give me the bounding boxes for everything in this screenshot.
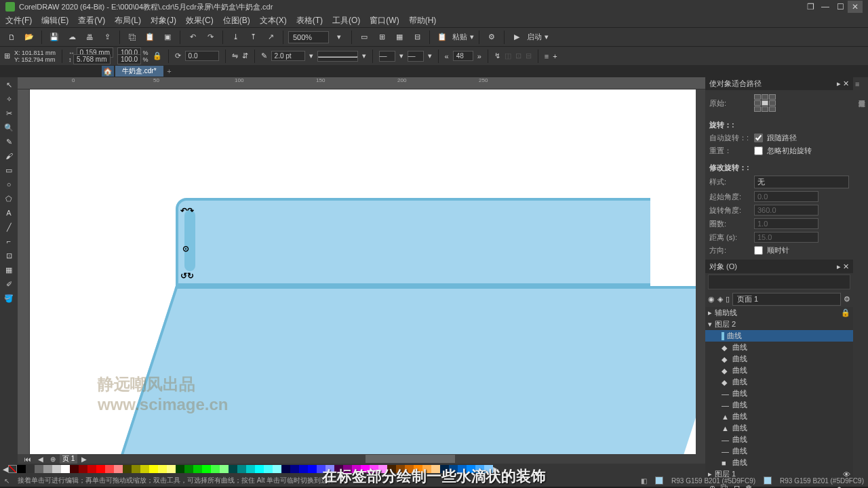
page-select[interactable]: 页面 1 (732, 293, 841, 306)
restore-child-button[interactable]: ❐ (803, 1, 818, 13)
obj-view1-icon[interactable]: ◉ (708, 295, 715, 304)
color-swatch[interactable] (308, 465, 317, 473)
align-icon[interactable]: ≡ (545, 52, 549, 60)
page-prev-icon[interactable]: ◀ (35, 455, 46, 463)
menu-layout[interactable]: 布局(L) (115, 15, 141, 26)
grid-icon[interactable]: ▦ (392, 30, 407, 45)
objects-panel-title[interactable]: 对象 (O)▸ ✕ (705, 260, 853, 273)
curve-item[interactable]: 曲线 (727, 331, 742, 341)
launch-icon[interactable]: ▶ (509, 30, 524, 45)
menu-view[interactable]: 查看(V) (78, 15, 105, 26)
zoom-tool-icon[interactable]: 🔍 (2, 121, 16, 134)
print-button[interactable]: 🖶 (82, 30, 97, 45)
parallel-tool-icon[interactable]: ╱ (2, 221, 16, 233)
curve-item[interactable]: 曲线 (732, 342, 747, 352)
effects-tool-icon[interactable]: ▦ (2, 264, 16, 276)
add-icon[interactable]: + (553, 52, 557, 60)
rectangle-tool-icon[interactable]: ▭ (2, 164, 16, 176)
canvas[interactable]: ↶↷ ⊙ ↺↻ 静远嘲风出品 www.scimage.cn (30, 89, 696, 454)
droplet-shape[interactable] (184, 210, 195, 271)
page-tab-1[interactable]: 页 1 (60, 454, 77, 464)
menu-effects[interactable]: 效果(C) (186, 15, 214, 26)
color-swatch[interactable] (246, 465, 255, 473)
palette-left-icon[interactable]: ◀ (3, 465, 8, 474)
rotate-handle-bl-icon[interactable]: ↺↻ (180, 271, 194, 281)
obj-view2-icon[interactable]: ◈ (717, 295, 723, 304)
menu-window[interactable]: 窗口(W) (370, 15, 399, 26)
obj-view3-icon[interactable]: ▯ (726, 295, 730, 304)
color-swatch[interactable] (35, 465, 43, 473)
snap-icon[interactable]: ⊞ (374, 30, 389, 45)
publish-button[interactable]: ↗ (263, 30, 278, 45)
text-tool-icon[interactable]: A (2, 207, 16, 219)
nudge-right-icon[interactable]: » (477, 52, 481, 60)
close-button[interactable]: ✕ (848, 1, 863, 13)
mirror-h-icon[interactable]: ⇋ (232, 52, 238, 60)
eyedropper-tool-icon[interactable]: ✐ (2, 278, 16, 290)
color-swatch[interactable] (193, 465, 202, 473)
color-swatch[interactable] (158, 465, 167, 473)
paste-label[interactable]: 粘贴 (452, 32, 467, 42)
curve-item[interactable]: 曲线 (732, 388, 747, 399)
freehand-tool-icon[interactable]: ✎ (2, 136, 16, 148)
vertical-scrollbar[interactable] (696, 89, 705, 454)
export-button[interactable]: ⇪ (100, 30, 115, 45)
obj-settings-icon[interactable]: ⚙ (844, 295, 850, 304)
outline-width[interactable]: 2.0 pt (271, 51, 305, 61)
nudge-input[interactable]: 48 (453, 51, 473, 61)
cw-checkbox[interactable] (754, 246, 763, 255)
color-swatch[interactable] (132, 465, 140, 473)
menu-file[interactable]: 文件(F) (5, 15, 32, 26)
curve-item[interactable]: 曲线 (732, 458, 747, 468)
no-color-swatch[interactable] (8, 465, 17, 473)
import-button[interactable]: ⤓ (228, 30, 243, 45)
curve-item[interactable]: 曲线 (732, 446, 747, 456)
color-swatch[interactable] (281, 465, 290, 473)
dimension-tool-icon[interactable]: ⊡ (2, 249, 16, 262)
color-swatch[interactable] (114, 465, 123, 473)
copy-button[interactable]: ⿻ (125, 30, 140, 45)
color-swatch[interactable] (290, 465, 299, 473)
artistic-tool-icon[interactable]: 🖌 (2, 150, 16, 162)
ellipse-tool-icon[interactable]: ○ (2, 178, 16, 190)
fill-tool-icon[interactable]: 🪣 (2, 292, 16, 304)
paste-options-icon[interactable]: 📋 (435, 30, 450, 45)
color-swatch[interactable] (105, 465, 114, 473)
objects-search-input[interactable] (708, 274, 850, 289)
color-swatch[interactable] (52, 465, 61, 473)
maximize-button[interactable]: ☐ (833, 1, 848, 13)
color-swatch[interactable] (202, 465, 211, 473)
open-button[interactable]: 📂 (22, 30, 37, 45)
color-swatch[interactable] (17, 465, 26, 473)
rotation-input[interactable]: 0.0 (185, 51, 219, 61)
color-swatch[interactable] (167, 465, 176, 473)
color-swatch[interactable] (149, 465, 158, 473)
menu-tools[interactable]: 工具(O) (332, 15, 360, 26)
wrap-icon[interactable]: ↯ (494, 52, 500, 60)
minimize-button[interactable]: — (818, 1, 833, 13)
redo-button[interactable]: ↷ (203, 30, 218, 45)
connector-tool-icon[interactable]: ⌐ (2, 235, 16, 247)
page-add-icon[interactable]: ⊕ (47, 455, 58, 463)
style-select[interactable]: 无 (754, 176, 849, 188)
color-swatch[interactable] (140, 465, 149, 473)
zoom-dropdown-icon[interactable]: ▾ (332, 30, 347, 45)
color-swatch[interactable] (61, 465, 70, 473)
new-tab-button[interactable]: + (163, 67, 176, 75)
menu-bitmap[interactable]: 位图(B) (223, 15, 250, 26)
page-first-icon[interactable]: ⏮ (22, 455, 34, 463)
origin-selector[interactable] (754, 94, 776, 112)
curve-item[interactable]: 曲线 (732, 354, 747, 364)
scale-y[interactable]: 100.0 (117, 54, 141, 64)
curve-item[interactable]: 曲线 (732, 434, 747, 445)
color-swatch[interactable] (26, 465, 35, 473)
start-arrow[interactable]: — (379, 51, 395, 62)
color-swatch[interactable] (229, 465, 237, 473)
fullscreen-icon[interactable]: ▭ (357, 30, 372, 45)
obj-slider[interactable]: —●— (829, 484, 849, 488)
center-handle-icon[interactable]: ⊙ (182, 244, 189, 253)
ignore-checkbox[interactable] (754, 146, 763, 155)
fill-swatch[interactable] (655, 476, 663, 485)
horizontal-scrollbar[interactable] (96, 455, 694, 463)
curve-item[interactable]: 曲线 (732, 400, 747, 410)
